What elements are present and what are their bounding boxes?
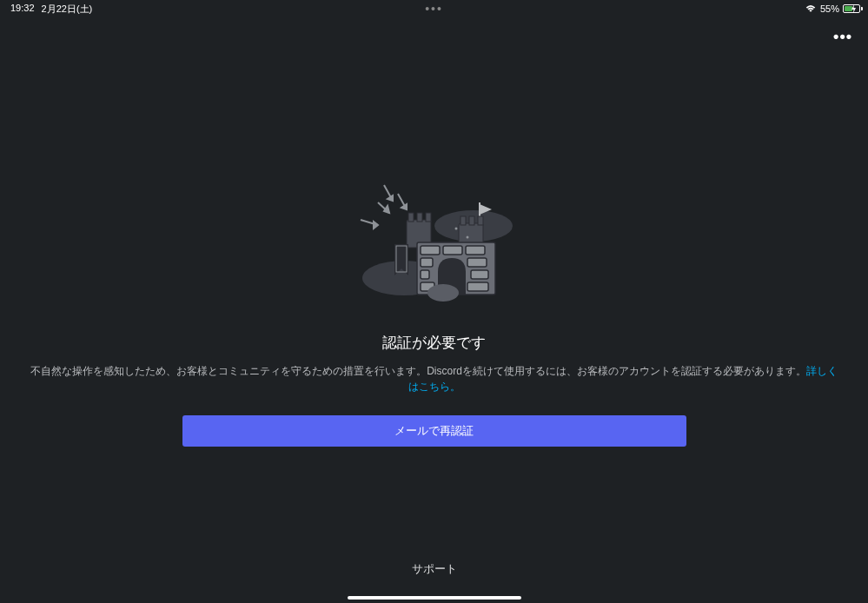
status-bar: 19:32 2月22日(土) ••• 55% bbox=[0, 0, 868, 17]
svg-marker-7 bbox=[401, 204, 407, 209]
status-bar-left: 19:32 2月22日(土) bbox=[10, 3, 92, 16]
svg-point-34 bbox=[454, 228, 457, 230]
battery-percent: 55% bbox=[820, 3, 839, 14]
svg-rect-27 bbox=[421, 258, 433, 267]
status-center-dots: ••• bbox=[425, 2, 443, 16]
description-body: 不自然な操作を感知したため、お客様とコミュニティを守るための措置を行います。Di… bbox=[30, 365, 806, 377]
svg-point-35 bbox=[466, 236, 468, 239]
description-text: 不自然な操作を感知したため、お客様とコミュニティを守るための措置を行います。Di… bbox=[9, 363, 860, 394]
verify-email-button[interactable]: メールで再認証 bbox=[182, 415, 686, 447]
castle-illustration bbox=[356, 178, 513, 308]
svg-marker-3 bbox=[374, 222, 378, 229]
support-link[interactable]: サポート bbox=[412, 561, 457, 577]
svg-rect-18 bbox=[469, 216, 474, 225]
svg-rect-29 bbox=[421, 270, 429, 279]
battery-icon bbox=[843, 4, 858, 13]
status-time: 19:32 bbox=[10, 3, 35, 16]
app-bar: ••• bbox=[0, 17, 868, 56]
svg-rect-30 bbox=[471, 270, 488, 279]
home-indicator[interactable] bbox=[348, 596, 521, 600]
svg-rect-26 bbox=[466, 246, 485, 255]
svg-marker-5 bbox=[388, 195, 393, 201]
svg-point-33 bbox=[427, 284, 459, 302]
svg-rect-32 bbox=[467, 282, 488, 291]
more-options-icon[interactable]: ••• bbox=[833, 28, 852, 46]
page-title: 認証が必要です bbox=[382, 333, 486, 353]
svg-rect-24 bbox=[421, 246, 440, 255]
svg-rect-19 bbox=[478, 216, 483, 225]
svg-rect-25 bbox=[443, 246, 462, 255]
charging-icon bbox=[851, 4, 858, 13]
svg-rect-17 bbox=[461, 216, 466, 225]
svg-rect-28 bbox=[467, 258, 487, 267]
svg-rect-13 bbox=[408, 213, 414, 222]
svg-rect-14 bbox=[417, 213, 422, 222]
wifi-icon bbox=[805, 4, 817, 13]
svg-rect-15 bbox=[426, 213, 431, 222]
svg-marker-9 bbox=[384, 206, 389, 213]
status-bar-right: 55% bbox=[805, 3, 858, 14]
main-content: 認証が必要です 不自然な操作を感知したため、お客様とコミュニティを守るための措置… bbox=[0, 56, 868, 447]
status-date: 2月22日(土) bbox=[42, 3, 93, 16]
